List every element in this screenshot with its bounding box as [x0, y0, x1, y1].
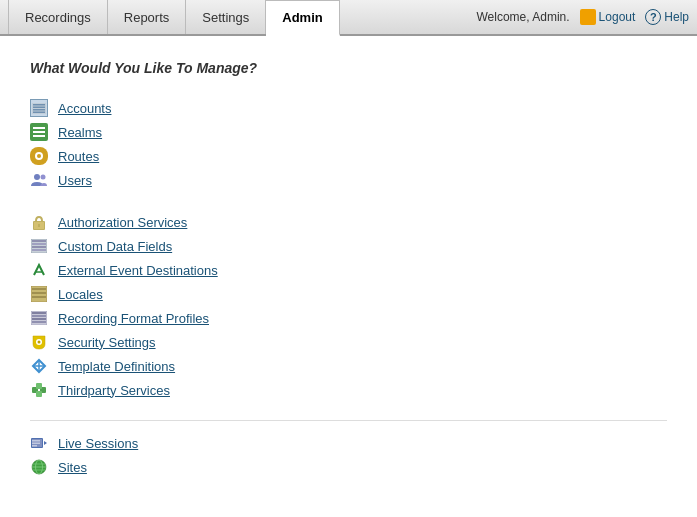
menu-item-live-sessions[interactable]: Live Sessions: [30, 431, 667, 455]
svg-rect-48: [32, 440, 40, 442]
thirdparty-services-label: Thirdparty Services: [58, 383, 170, 398]
svg-rect-25: [32, 249, 46, 251]
svg-point-16: [34, 174, 40, 180]
custom-data-fields-label: Custom Data Fields: [58, 239, 172, 254]
menu-section-1: Accounts Realms Routes Users: [30, 96, 667, 192]
svg-rect-35: [32, 321, 46, 323]
menu-item-sites[interactable]: Sites: [30, 455, 667, 479]
menu-item-realms[interactable]: Realms: [30, 120, 667, 144]
svg-rect-1: [33, 104, 45, 106]
tab-recordings[interactable]: Recordings: [8, 0, 108, 34]
menu-item-thirdparty-services[interactable]: Thirdparty Services: [30, 378, 667, 402]
svg-rect-34: [32, 318, 46, 320]
menu-item-authorization-services[interactable]: Authorization Services: [30, 210, 667, 234]
recording-format-profiles-icon: [30, 309, 48, 327]
svg-rect-30: [32, 296, 46, 298]
svg-point-11: [37, 154, 41, 158]
top-navigation: Recordings Reports Settings Admin Welcom…: [0, 0, 697, 36]
sites-label: Sites: [58, 460, 87, 475]
thirdparty-services-icon: [30, 381, 48, 399]
svg-rect-23: [32, 243, 46, 245]
menu-item-users[interactable]: Users: [30, 168, 667, 192]
logout-label: Logout: [599, 10, 636, 24]
tab-admin[interactable]: Admin: [266, 0, 339, 36]
svg-rect-49: [32, 443, 40, 445]
svg-rect-29: [32, 292, 46, 294]
svg-rect-6: [33, 127, 45, 129]
recording-format-profiles-label: Recording Format Profiles: [58, 311, 209, 326]
svg-rect-20: [38, 224, 40, 227]
svg-rect-7: [33, 131, 45, 133]
security-settings-label: Security Settings: [58, 335, 156, 350]
nav-right-area: Welcome, Admin. Logout ? Help: [476, 9, 689, 25]
svg-rect-8: [33, 135, 45, 137]
welcome-text: Welcome, Admin.: [476, 10, 569, 24]
svg-rect-3: [33, 109, 45, 111]
svg-rect-2: [33, 106, 45, 108]
realms-icon: [30, 123, 48, 141]
svg-rect-50: [32, 445, 37, 447]
template-definitions-icon: [30, 357, 48, 375]
menu-item-routes[interactable]: Routes: [30, 144, 667, 168]
external-event-destinations-label: External Event Destinations: [58, 263, 218, 278]
help-label: Help: [664, 10, 689, 24]
svg-rect-43: [36, 383, 42, 389]
locales-label: Locales: [58, 287, 103, 302]
help-icon: ?: [645, 9, 661, 25]
help-link[interactable]: ? Help: [645, 9, 689, 25]
tab-settings[interactable]: Settings: [186, 0, 266, 34]
menu-section-2: Authorization Services Custom Data Field…: [30, 210, 667, 402]
accounts-icon: [30, 99, 48, 117]
svg-rect-33: [32, 315, 46, 317]
nav-tabs: Recordings Reports Settings Admin: [8, 0, 340, 34]
menu-item-custom-data-fields[interactable]: Custom Data Fields: [30, 234, 667, 258]
realms-label: Realms: [58, 125, 102, 140]
menu-section-3: Live Sessions Sites: [30, 431, 667, 479]
external-event-destinations-icon: [30, 261, 48, 279]
page-title: What Would You Like To Manage?: [30, 60, 667, 76]
svg-point-17: [41, 175, 46, 180]
logout-icon: [580, 9, 596, 25]
main-content: What Would You Like To Manage? Accounts …: [0, 36, 697, 517]
section-divider: [30, 420, 667, 421]
users-icon: [30, 171, 48, 189]
svg-rect-4: [33, 111, 45, 113]
accounts-label: Accounts: [58, 101, 111, 116]
template-definitions-label: Template Definitions: [58, 359, 175, 374]
custom-data-fields-icon: [30, 237, 48, 255]
menu-item-recording-format-profiles[interactable]: Recording Format Profiles: [30, 306, 667, 330]
authorization-services-icon: [30, 213, 48, 231]
routes-label: Routes: [58, 149, 99, 164]
routes-icon: [30, 147, 48, 165]
svg-rect-32: [32, 312, 46, 314]
logout-link[interactable]: Logout: [580, 9, 636, 25]
locales-icon: [30, 285, 48, 303]
security-settings-icon: [30, 333, 48, 351]
live-sessions-label: Live Sessions: [58, 436, 138, 451]
menu-item-accounts[interactable]: Accounts: [30, 96, 667, 120]
svg-point-37: [38, 341, 41, 344]
users-label: Users: [58, 173, 92, 188]
svg-rect-24: [32, 246, 46, 248]
sites-icon: [30, 458, 48, 476]
svg-rect-28: [32, 288, 46, 290]
authorization-services-label: Authorization Services: [58, 215, 187, 230]
live-sessions-icon: [30, 434, 48, 452]
tab-reports[interactable]: Reports: [108, 0, 187, 34]
menu-item-external-event-destinations[interactable]: External Event Destinations: [30, 258, 667, 282]
svg-rect-44: [36, 391, 42, 397]
menu-item-security-settings[interactable]: Security Settings: [30, 330, 667, 354]
menu-item-locales[interactable]: Locales: [30, 282, 667, 306]
menu-item-template-definitions[interactable]: Template Definitions: [30, 354, 667, 378]
svg-rect-22: [32, 240, 46, 242]
svg-marker-47: [44, 441, 47, 445]
